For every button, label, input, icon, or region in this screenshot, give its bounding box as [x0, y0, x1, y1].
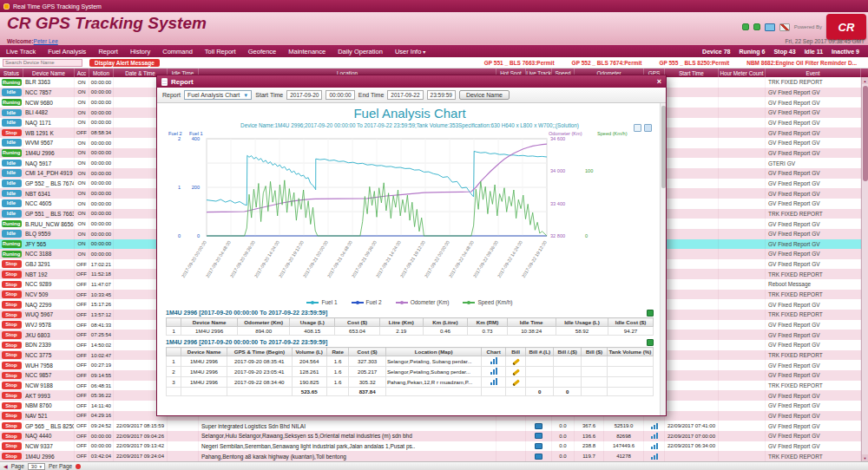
close-icon[interactable]: × — [657, 78, 661, 86]
device-name-cell[interactable]: 1M4U 2996 — [23, 451, 75, 461]
bill-cell[interactable] — [506, 356, 526, 367]
bar-chart-icon[interactable] — [490, 357, 497, 364]
device-name-cell[interactable]: NAQ 5917 — [23, 158, 75, 168]
live-track-cell[interactable] — [526, 441, 552, 452]
column-header-acc[interactable]: Acc — [75, 69, 89, 77]
search-input[interactable] — [3, 59, 82, 67]
device-name-cell[interactable]: NCC 7857 — [23, 88, 75, 98]
live-track-cell[interactable] — [526, 421, 552, 431]
end-time-input[interactable]: 23:59:59 — [427, 90, 456, 100]
device-name-cell[interactable]: NAQ 2299 — [23, 299, 75, 310]
menu-item-daily-operation[interactable]: Daily Operation — [332, 45, 389, 57]
legend-item-fuel-1[interactable]: Fuel 1 — [306, 299, 337, 305]
device-name-cell[interactable]: WB 1291 K — [23, 127, 75, 138]
scrollbar-thumb[interactable] — [863, 86, 868, 181]
table-row[interactable]: StopNAQ 4440OFF00:00:0022/09/2017 09:04:… — [0, 431, 861, 441]
device-name-cell[interactable]: NCV 509 — [23, 290, 75, 300]
menu-item-live-track[interactable]: Live Track — [0, 45, 42, 57]
pencil-icon[interactable] — [512, 358, 520, 365]
vertical-scrollbar[interactable]: ▲ ▼ — [861, 77, 868, 461]
report-dialog-titlebar[interactable]: Report × — [157, 75, 666, 88]
live-track-cell[interactable] — [526, 451, 552, 461]
live-track-icon[interactable] — [535, 433, 542, 439]
device-name-cell[interactable]: NBM 8760 — [23, 401, 75, 411]
chart-cell[interactable] — [482, 377, 506, 388]
menu-item-maintenance[interactable]: Maintenance — [282, 45, 332, 57]
device-name-cell[interactable]: WVJ 9578 — [23, 320, 75, 330]
column-header-device-name[interactable]: Device Name — [23, 69, 75, 77]
device-name-cell[interactable]: CMI 14_PDH 4919 — [23, 168, 75, 179]
device-name-cell[interactable]: NAQ 4440 — [23, 431, 75, 441]
legend-item-odometer-km[interactable]: Odometer (Km) — [396, 299, 450, 305]
tools-icon[interactable] — [779, 23, 790, 31]
menu-item-user-info[interactable]: User Info▾ — [389, 45, 431, 57]
device-name-cell[interactable]: NBT 192 — [23, 269, 75, 279]
device-name-cell[interactable]: NCC 9857 — [23, 370, 75, 381]
live-track-icon[interactable] — [535, 423, 542, 429]
device-name-cell[interactable]: B.RUU_NCW 8656 — [23, 219, 75, 229]
device-name-cell[interactable]: BLI 4482 — [23, 108, 75, 118]
device-name-cell[interactable]: JKU 6803 — [23, 330, 75, 340]
device-name-cell[interactable]: NCC 9289 — [23, 279, 75, 290]
live-track-icon[interactable] — [535, 443, 542, 449]
device-name-cell[interactable]: NAV 521 — [23, 411, 75, 421]
device-name-cell[interactable]: GP 552 _ BLS 7674 — [23, 179, 75, 189]
device-name-cell[interactable]: 1M4U 2996 — [23, 148, 75, 159]
device-name-cell[interactable]: AKT 9993 — [23, 390, 75, 401]
pencil-icon[interactable] — [512, 369, 520, 375]
device-name-cell[interactable]: NCW 9188 — [23, 381, 75, 391]
table-row[interactable]: 31M4U 29962017-09-22 08:34:40190.8251.63… — [167, 377, 654, 388]
bar-chart-icon[interactable] — [490, 368, 497, 375]
menu-item-command[interactable]: Command — [156, 45, 199, 57]
device-name-cell[interactable]: NCW 9337 — [23, 441, 75, 452]
excel-export-icon[interactable] — [647, 310, 654, 317]
column-header-event[interactable]: Event — [766, 69, 861, 77]
device-name-cell[interactable]: JFY 565 — [23, 239, 75, 250]
device-name-cell[interactable]: GP 565 _ BLS 8250 — [23, 421, 75, 431]
scroll-down-icon[interactable]: ▼ — [862, 454, 868, 461]
chart-export-icon[interactable] — [644, 124, 652, 132]
device-name-button[interactable]: Device Name — [459, 90, 510, 100]
chart-cell[interactable] — [482, 356, 506, 367]
device-name-cell[interactable]: WVM 9567 — [23, 138, 75, 148]
device-name-cell[interactable]: NCC 3775 — [23, 350, 75, 361]
device-name-cell[interactable]: WUH 7958 — [23, 360, 75, 370]
device-name-cell[interactable]: BLQ 9559 — [23, 229, 75, 239]
start-date-input[interactable]: 2017-09-20 — [286, 90, 322, 100]
page-size-select[interactable]: 30 ▾ — [28, 463, 45, 470]
menu-item-geofence[interactable]: Geofence — [242, 45, 283, 57]
device-name-cell[interactable]: BLR 3363 — [23, 77, 75, 88]
menu-item-history[interactable]: History — [124, 45, 156, 57]
user-name-link[interactable]: Peter Lee — [34, 38, 58, 44]
column-header-start-time[interactable]: Start Time — [665, 69, 719, 77]
device-name-cell[interactable]: NCC 3188 — [23, 249, 75, 259]
device-name-cell[interactable]: BDN 2339 — [23, 340, 75, 350]
start-time-input[interactable]: 00:00:00 — [326, 90, 354, 100]
device-name-cell[interactable]: NAQ 1171 — [23, 118, 75, 128]
pencil-icon[interactable] — [512, 379, 520, 386]
table-row[interactable]: 11M4U 2996894.00408.15653.042.190.460.73… — [167, 327, 654, 336]
device-name-cell[interactable]: NCC 4605 — [23, 199, 75, 209]
legend-item-fuel-2[interactable]: Fuel 2 — [352, 299, 382, 305]
menu-item-toll-report[interactable]: Toll Report — [199, 45, 242, 57]
end-date-input[interactable]: 2017-09-22 — [387, 90, 423, 100]
report-type-select[interactable]: Fuel Analysis Chart ▼ — [184, 90, 252, 100]
table-row[interactable]: 21M4U 29962017-09-20 23:05:41128.2611.62… — [167, 367, 654, 377]
menu-item-fuel-analysis[interactable]: Fuel Analysis — [42, 45, 92, 57]
device-name-cell[interactable]: NCW 9680 — [23, 97, 75, 108]
modal-scrollbar[interactable] — [660, 103, 666, 415]
column-header-hour-meter-count[interactable]: Hour Meter Count — [719, 69, 766, 77]
device-name-cell[interactable]: GP 551 _ BLS 7663 — [23, 209, 75, 219]
device-name-cell[interactable]: NBT 6341 — [23, 188, 75, 199]
excel-export-icon[interactable] — [647, 339, 654, 346]
device-name-cell[interactable]: WUQ 5967 — [23, 310, 75, 320]
table-row[interactable]: StopNCW 9337OFF00:00:0022/09/2017 09:13:… — [0, 441, 861, 452]
table-row[interactable]: StopGP 565 _ BLS 8250OFF09:24:5222/09/20… — [0, 421, 861, 431]
live-track-icon[interactable] — [535, 454, 542, 460]
bill-cell[interactable] — [506, 377, 526, 388]
table-row[interactable]: 11M4U 29962017-09-20 08:35:41204.5641.63… — [167, 356, 654, 367]
device-name-cell[interactable]: GBJ 3291 — [23, 259, 75, 270]
monitor-icon[interactable] — [765, 23, 775, 31]
column-header-motion[interactable]: Motion — [89, 69, 114, 77]
chart-print-icon[interactable] — [634, 124, 641, 132]
